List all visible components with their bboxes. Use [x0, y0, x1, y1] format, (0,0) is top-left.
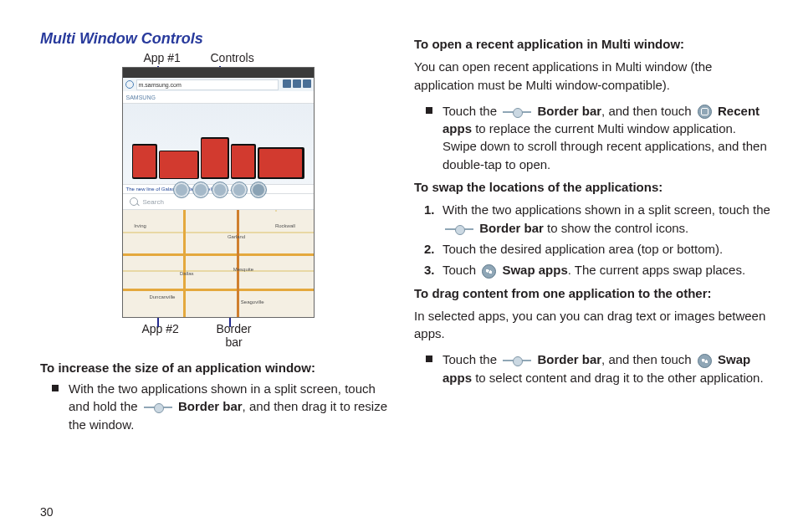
- heading-swap: To swap the locations of the application…: [414, 178, 771, 196]
- promo-image: [123, 104, 314, 184]
- left-column: Multi Window Controls App #1 Controls m.…: [40, 30, 397, 515]
- search-icon: [130, 197, 138, 206]
- heading-increase-size: To increase the size of an application w…: [40, 361, 397, 375]
- square-bullet-icon: [426, 356, 432, 362]
- bullet-increase: With the two applications shown in a spl…: [52, 380, 397, 433]
- border-bar-icon: [445, 225, 473, 233]
- heading-drag: To drag content from one application to …: [414, 284, 771, 302]
- bullet-open: Touch the Border bar, and then touch Rec…: [426, 102, 771, 173]
- swap-apps-icon: [698, 354, 712, 368]
- url-icons: [281, 79, 311, 90]
- step-number: 3.: [424, 261, 442, 279]
- phone-mock: m.samsung.com SAMSUNG The new line of Ga…: [122, 67, 315, 318]
- bullet-text: Touch the Border bar, and then touch Swa…: [442, 350, 771, 386]
- map-city: Garland: [228, 234, 245, 239]
- manual-page: Multi Window Controls App #1 Controls m.…: [0, 0, 798, 532]
- url-field: m.samsung.com: [136, 79, 279, 90]
- bullet-drag: Touch the Border bar, and then touch Swa…: [426, 350, 771, 386]
- search-placeholder: Search: [143, 198, 164, 206]
- step-text: With the two applications shown in a spl…: [442, 201, 771, 237]
- recent-apps-icon: [698, 105, 712, 119]
- control-icon: [192, 182, 209, 198]
- map: Irving Garland Dallas Mesquite Seagovill…: [123, 210, 314, 318]
- map-city: Mesquite: [233, 267, 253, 272]
- para-open: You can open recent applications in Mult…: [414, 58, 771, 94]
- map-city: Seagoville: [241, 299, 264, 304]
- square-bullet-icon: [52, 385, 59, 391]
- label-controls: Controls: [211, 51, 269, 64]
- control-icon: [173, 182, 190, 198]
- browser-url-bar: m.samsung.com: [123, 78, 314, 91]
- map-city: Dallas: [180, 271, 194, 276]
- step-3: 3. Touch Swap apps. The current apps swa…: [424, 261, 771, 279]
- heading-open-recent: To open a recent application in Multi wi…: [414, 35, 771, 53]
- label-app1: App #1: [144, 51, 211, 64]
- brand: SAMSUNG: [126, 95, 156, 100]
- map-city: Duncanville: [149, 294, 175, 299]
- para-drag: In selected apps, you can you can drag t…: [414, 307, 771, 343]
- step-2: 2. Touch the desired application area (t…: [424, 240, 771, 258]
- globe-icon: [125, 80, 134, 89]
- square-bullet-icon: [426, 107, 432, 114]
- figure-top-labels: App #1 Controls: [144, 51, 361, 64]
- step-number: 1.: [424, 201, 442, 237]
- right-column: To open a recent application in Multi wi…: [414, 30, 771, 515]
- step-text: Touch Swap apps. The current apps swap p…: [442, 261, 745, 279]
- multiwindow-controls: [173, 182, 267, 198]
- step-1: 1. With the two applications shown in a …: [424, 201, 771, 237]
- step-number: 2.: [424, 240, 442, 258]
- site-header: SAMSUNG: [123, 91, 314, 104]
- border-bar-icon: [503, 108, 531, 116]
- page-number: 30: [40, 505, 54, 519]
- map-city: Irving: [134, 223, 146, 228]
- figure-block: App #1 Controls m.samsung.com SAMSUNG: [77, 51, 361, 349]
- section-title: Multi Window Controls: [40, 30, 397, 48]
- label-app2: App #2: [142, 322, 209, 349]
- step-text: Touch the desired application area (top …: [442, 240, 723, 258]
- border-bar-icon: [144, 403, 172, 412]
- swap-apps-icon: [482, 264, 496, 279]
- close-icon: [250, 182, 267, 198]
- control-icon: [231, 182, 248, 198]
- border-bar-icon: [503, 356, 531, 365]
- control-icon: [212, 182, 228, 198]
- map-city: Rockwall: [275, 223, 295, 228]
- label-border-bar: Borderbar: [209, 322, 259, 349]
- figure-bottom-labels: App #2 Borderbar: [142, 322, 361, 349]
- bullet-text: With the two applications shown in a spl…: [69, 380, 397, 433]
- bullet-text: Touch the Border bar, and then touch Rec…: [442, 102, 771, 173]
- status-bar: [123, 68, 314, 78]
